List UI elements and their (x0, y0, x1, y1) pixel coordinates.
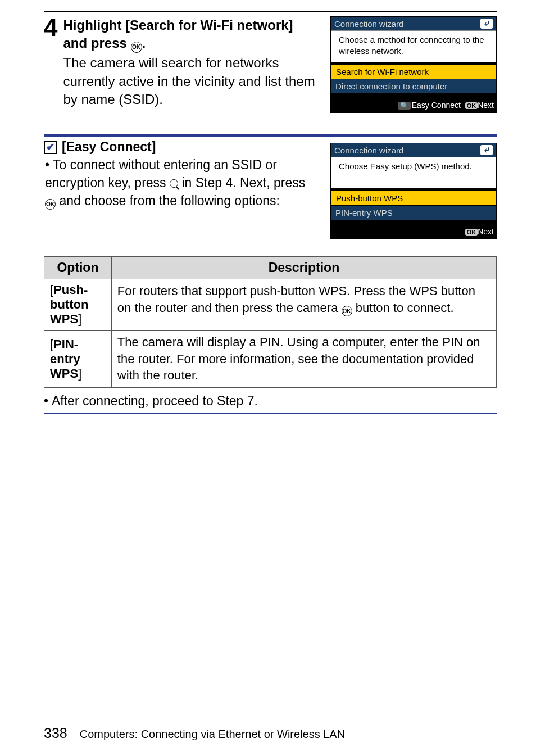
after-connecting-note: •After connecting, proceed to Step 7. (44, 393, 497, 409)
th-desc: Description (111, 257, 496, 279)
table-row: [PIN-entry WPS] The camera will display … (44, 331, 497, 388)
ss2-title: Connection wizard (334, 146, 403, 155)
screenshot-connection-wizard-1: Connection wizard ⤶ Choose a method for … (330, 16, 497, 113)
table-row: [Push-button WPS] For routers that suppo… (44, 279, 497, 331)
step-title-part2: . (142, 35, 146, 51)
callout-line3: and choose from the following options: (56, 193, 280, 208)
back-icon-2: ⤶ (480, 145, 493, 155)
ss1-footer: 🔍Easy Connect OKNext (331, 99, 496, 112)
step-title: Highlight [Search for Wi-Fi network] and… (63, 16, 319, 53)
step-title-part1: Highlight [Search for Wi-Fi network] and… (63, 17, 293, 51)
opt2-label: [PIN-entry WPS] (44, 331, 112, 388)
ok-key-icon: OK (465, 102, 478, 109)
ss2-row-selected: Push-button WPS (331, 191, 496, 206)
callout-title: [Easy Connect] (62, 139, 156, 155)
ok-icon-table: OK (342, 306, 352, 316)
callout-body: •To connect without entering an SSID or … (44, 156, 315, 210)
section-title: Computers: Connecting via Ethernet or Wi… (80, 728, 345, 741)
ss1-title: Connection wizard (334, 19, 403, 29)
ok-icon-inline: OK (45, 199, 56, 210)
step-number: 4 (44, 15, 57, 40)
opt2-desc: The camera will display a PIN. Using a c… (111, 331, 496, 388)
ss1-row-other: Direct connection to computer (331, 79, 496, 93)
ss1-footer-easy: Easy Connect (412, 101, 461, 110)
opt1-desc: For routers that support push-button WPS… (111, 279, 496, 331)
magnify-key-icon: 🔍 (398, 102, 411, 110)
ss2-footer: OKNext (331, 225, 496, 239)
callout-bottom-rule (44, 413, 497, 414)
page-number: 338 (44, 725, 67, 741)
th-option: Option (44, 257, 112, 279)
callout-top-rule (44, 134, 497, 137)
check-icon: ✔ (44, 141, 57, 154)
ok-key-icon-2: OK (465, 229, 478, 236)
ok-icon: OK (131, 42, 142, 53)
callout-line2: in Step 4. Next, press (178, 175, 305, 190)
ss2-msg: Choose Easy setup (WPS) method. (331, 157, 496, 188)
opt1-label: [Push-button WPS] (44, 279, 112, 331)
top-rule (44, 11, 497, 12)
ss2-row-other: PIN-entry WPS (331, 206, 496, 220)
ss1-msg: Choose a method for connecting to the wi… (331, 30, 496, 62)
page-footer: 338 Computers: Connecting via Ethernet o… (44, 725, 345, 741)
options-table: Option Description [Push-button WPS] For… (44, 256, 497, 388)
back-icon: ⤶ (480, 19, 493, 29)
step-desc: The camera will search for networks curr… (63, 54, 319, 108)
screenshot-connection-wizard-2: Connection wizard ⤶ Choose Easy setup (W… (330, 143, 497, 239)
ss1-footer-next: Next (478, 101, 494, 110)
magnify-icon (170, 179, 178, 188)
ss2-footer-next: Next (478, 227, 494, 236)
step-block: 4 Highlight [Search for Wi-Fi network] a… (44, 16, 497, 113)
ss1-row-selected: Search for Wi-Fi network (331, 64, 496, 79)
easy-connect-callout: ✔ [Easy Connect] •To connect without ent… (44, 134, 497, 414)
